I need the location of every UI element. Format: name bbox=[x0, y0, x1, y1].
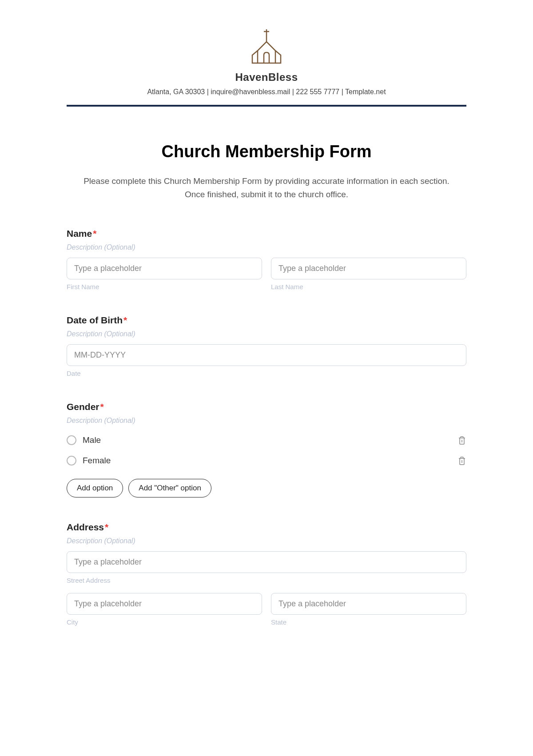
gender-option-male[interactable]: Male bbox=[67, 431, 466, 450]
name-label: Name* bbox=[67, 228, 466, 239]
trash-icon[interactable] bbox=[457, 456, 466, 466]
street-address-input[interactable] bbox=[67, 551, 466, 573]
city-input[interactable] bbox=[67, 593, 262, 615]
dob-description[interactable]: Description (Optional) bbox=[67, 330, 466, 338]
radio-label: Female bbox=[83, 456, 111, 466]
church-logo-icon bbox=[240, 27, 293, 68]
first-name-sublabel: First Name bbox=[67, 283, 262, 290]
dob-label: Date of Birth* bbox=[67, 315, 466, 326]
radio-label: Male bbox=[83, 435, 101, 445]
contact-info: Atlanta, GA 30303 | inquire@havenbless.m… bbox=[67, 88, 466, 96]
add-other-option-button[interactable]: Add "Other" option bbox=[128, 479, 211, 497]
add-option-button[interactable]: Add option bbox=[67, 479, 123, 497]
brand-name: HavenBless bbox=[67, 71, 466, 84]
last-name-sublabel: Last Name bbox=[271, 283, 466, 290]
form-title: Church Membership Form bbox=[67, 142, 466, 161]
first-name-input[interactable] bbox=[67, 258, 262, 279]
gender-label: Gender* bbox=[67, 402, 466, 412]
name-section: Name* Description (Optional) First Name … bbox=[67, 228, 466, 290]
gender-description[interactable]: Description (Optional) bbox=[67, 417, 466, 425]
radio-icon[interactable] bbox=[67, 456, 76, 466]
gender-section: Gender* Description (Optional) Male Fema… bbox=[67, 402, 466, 497]
radio-icon[interactable] bbox=[67, 435, 76, 445]
form-description: Please complete this Church Membership F… bbox=[67, 175, 466, 202]
state-sublabel: State bbox=[271, 618, 466, 626]
name-description[interactable]: Description (Optional) bbox=[67, 243, 466, 251]
address-label: Address* bbox=[67, 522, 466, 533]
last-name-input[interactable] bbox=[271, 258, 466, 279]
address-description[interactable]: Description (Optional) bbox=[67, 537, 466, 545]
city-sublabel: City bbox=[67, 618, 262, 626]
page-header: HavenBless Atlanta, GA 30303 | inquire@h… bbox=[67, 27, 466, 107]
state-input[interactable] bbox=[271, 593, 466, 615]
street-sublabel: Street Address bbox=[67, 577, 466, 584]
trash-icon[interactable] bbox=[457, 435, 466, 445]
gender-option-female[interactable]: Female bbox=[67, 451, 466, 470]
dob-input[interactable] bbox=[67, 344, 466, 366]
address-section: Address* Description (Optional) Street A… bbox=[67, 522, 466, 626]
dob-sublabel: Date bbox=[67, 370, 466, 377]
dob-section: Date of Birth* Description (Optional) Da… bbox=[67, 315, 466, 377]
